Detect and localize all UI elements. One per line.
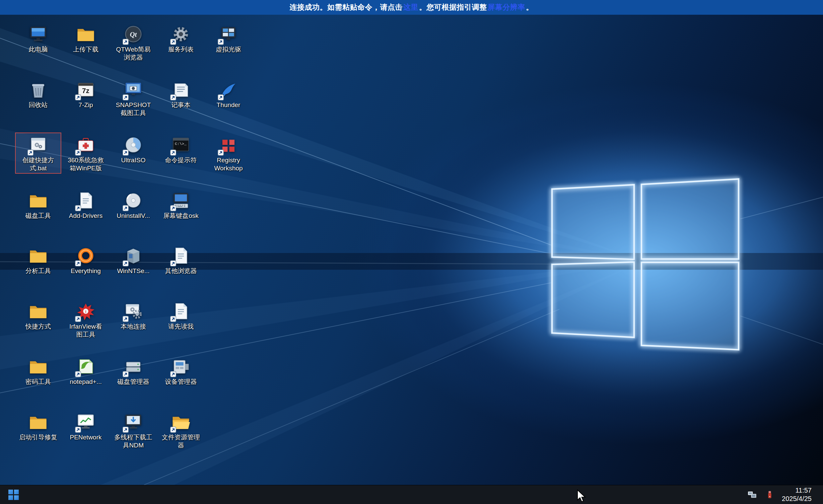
desktop-icon-onscreen-keyboard[interactable]: 屏幕键盘osk [158,188,204,221]
usb-device-icon[interactable] [764,490,775,499]
banner-link[interactable]: 屏幕分辨率 [488,3,526,11]
network-status-icon[interactable] [747,490,758,499]
everything-icon [75,245,96,266]
desktop-icon-service-list[interactable]: 服务列表 [158,22,204,55]
desktop-icon-recycle-bin[interactable]: 回收站 [15,77,61,110]
shortcut-arrow-icon [170,427,176,433]
desktop-icon-label: 请先读我 [168,323,194,331]
desktop-icon-boot-repair[interactable]: 启动引导修复 [15,410,61,443]
clock-time: 11:57 [782,486,812,495]
desktop-icon-label: 分析工具 [25,267,51,275]
ultraiso-icon [123,135,144,155]
desktop-icon-other-browsers[interactable]: 其他浏览器 [158,243,204,276]
desktop-icon-local-connection[interactable]: 本地连接 [110,299,156,332]
shortcut-arrow-icon [75,371,81,377]
penetwork-icon [75,412,96,432]
desktop-icon-label: UltraISO [121,156,146,164]
desktop-icon-label: 本地连接 [121,323,146,331]
desktop-icon-virtual-drive[interactable]: 虚拟光驱 [205,22,252,55]
desktop-icon-uninstall-view[interactable]: UninstallV... [110,188,156,221]
desktop-icon-label: 屏幕键盘osk [163,212,199,220]
notepadpp-icon [75,356,96,377]
desktop-icon-file-explorer[interactable]: 文件资源管理器 [158,410,204,451]
shortcut-arrow-icon [75,205,81,211]
desktop-icon-label: 上传下载 [73,46,98,54]
banner-link[interactable]: 这里 [403,3,418,11]
desktop-icon-label: 多线程下载工具NDM [114,433,152,449]
desktop-icon-everything[interactable]: Everything [63,243,109,276]
desktop-icon-registry-workshop[interactable]: Registry Workshop [205,133,252,174]
desktop-icon-label: WinNTSe... [117,267,149,275]
desktop-icon-shortcuts-folder[interactable]: 快捷方式 [15,299,61,332]
cdrom-icon [123,190,144,211]
desktop-icon-label: 回收站 [29,101,48,109]
desktop-icon-label: 磁盘管理器 [118,378,149,386]
gear-icon [170,24,191,45]
taskbar-clock[interactable]: 11:57 2025/4/25 [782,486,812,503]
desktop-icon-create-shortcut-bat[interactable]: 创建快捷方式.bat [15,133,61,174]
shortcut-arrow-icon [123,427,129,433]
folder-icon [28,301,49,322]
desktop-icon-label: Add-Drivers [69,212,102,220]
desktop-icon-label: 设备管理器 [165,378,197,386]
desktop-icon-command-prompt[interactable]: C:\>_命令提示符 [158,133,204,166]
desktop-icon-analysis-tools[interactable]: 分析工具 [15,243,61,276]
desktop-icon-label: IrfanView看图工具 [67,323,105,339]
shortcut-arrow-icon [123,205,129,211]
desktop-icon-notepad[interactable]: 记事本 [158,77,204,110]
shortcut-arrow-icon [123,316,129,322]
system-tray [747,490,775,499]
snapshot-icon [123,79,144,100]
desktop-icon-add-drivers[interactable]: Add-Drivers [63,188,109,221]
start-button[interactable] [0,485,27,504]
shortcut-arrow-icon [75,150,81,156]
desktop-icon-label: 7-Zip [78,101,93,109]
desktop-icon-disk-manager[interactable]: 磁盘管理器 [110,354,156,387]
folder-icon [28,356,49,377]
banner-message: 连接成功。如需粘贴命令，请点击这里。您可根据指引调整屏幕分辨率。 [290,2,534,12]
desktop-icon-thunder[interactable]: Thunder [205,77,252,110]
desktop-icon-this-pc[interactable]: 此电脑 [15,22,61,55]
desktop-icon-label: 创建快捷方式.bat [19,156,57,172]
desktop-icon-ndm-downloader[interactable]: 多线程下载工具NDM [110,410,156,451]
shortcut-arrow-icon [75,94,81,100]
shortcut-arrow-icon [170,205,176,211]
desktop-icon-disk-tools[interactable]: 磁盘工具 [15,188,61,221]
desktop-icon-winntse[interactable]: WinNTSe... [110,243,156,276]
desktop-icon-irfanview[interactable]: iIrfanView看图工具 [63,299,109,340]
desktop[interactable]: 此电脑上传下载QtQTWeb简易浏览器服务列表虚拟光驱回收站7z7-ZipSNA… [0,15,823,485]
desktop-icon-label: 360系统急救箱WinPE版 [67,156,105,172]
desktop-icon-label: 服务列表 [168,46,194,54]
desktop-icon-label: 其他浏览器 [165,267,197,275]
notepad-icon [170,79,191,100]
desktop-icon-readme-first[interactable]: 请先读我 [158,299,204,332]
shortcut-arrow-icon [170,316,176,322]
desktop-icon-label: 快捷方式 [25,323,51,331]
desktop-icon-seven-zip[interactable]: 7z7-Zip [63,77,109,110]
docfile-icon [170,301,191,322]
folder-icon [75,24,96,45]
banner-text: 。 [526,3,534,11]
desktop-icon-360-rescue-box[interactable]: 360系统急救箱WinPE版 [63,133,109,174]
cmd-icon: C:\>_ [170,135,191,155]
svg-text:Qt: Qt [130,31,137,38]
banner-text: 连接成功。如需粘贴命令，请点击 [290,3,403,11]
desktop-icon-qtweb-browser[interactable]: QtQTWeb简易浏览器 [110,22,156,63]
desktop-icon-label: 虚拟光驱 [216,46,241,54]
desktop-icon-password-tools[interactable]: 密码工具 [15,354,61,387]
desktop-icon-penetwork[interactable]: PENetwork [63,410,109,443]
desktop-icon-upload-download[interactable]: 上传下载 [63,22,109,55]
computer-icon [28,24,49,45]
desktop-icon-label: Thunder [217,101,241,109]
shortcut-arrow-icon [218,39,224,45]
desktop-icon-notepad-plus[interactable]: notepad+... [63,354,109,387]
desktop-icon-snapshot-tool[interactable]: SNAPSHOT截图工具 [110,77,156,118]
desktop-icon-device-manager[interactable]: 设备管理器 [158,354,204,387]
shortcut-arrow-icon [75,260,81,266]
windows-logo-icon [8,490,19,500]
recycle-icon [28,79,49,100]
desktop-icon-ultraiso[interactable]: UltraISO [110,133,156,166]
shortcut-arrow-icon [123,260,129,266]
desktop-icon-label: 命令提示符 [165,156,197,164]
devmgr-icon [170,356,191,377]
